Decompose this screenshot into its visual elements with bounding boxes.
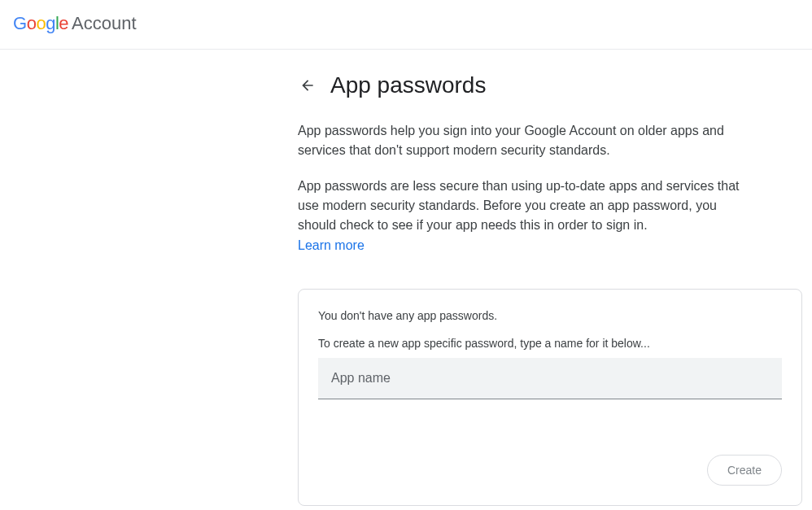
- empty-state-text: You don't have any app passwords.: [318, 309, 782, 322]
- app-name-input[interactable]: [318, 358, 782, 399]
- header: Google Account: [0, 0, 812, 50]
- title-row: App passwords: [298, 72, 802, 98]
- instruction-text: To create a new app specific password, t…: [318, 337, 782, 350]
- app-passwords-card: You don't have any app passwords. To cre…: [298, 289, 802, 506]
- google-account-logo[interactable]: Google Account: [13, 13, 137, 34]
- button-row: Create: [318, 455, 782, 486]
- description-1: App passwords help you sign into your Go…: [298, 121, 753, 160]
- create-button[interactable]: Create: [707, 455, 782, 486]
- description-2: App passwords are less secure than using…: [298, 177, 753, 235]
- main-content: App passwords App passwords help you sig…: [298, 50, 802, 506]
- google-logo: Google: [13, 13, 68, 34]
- description-2-text: App passwords are less secure than using…: [298, 179, 740, 232]
- page-title: App passwords: [330, 72, 486, 98]
- back-arrow-icon[interactable]: [298, 76, 317, 95]
- learn-more-link[interactable]: Learn more: [298, 238, 365, 253]
- account-label: Account: [72, 13, 137, 34]
